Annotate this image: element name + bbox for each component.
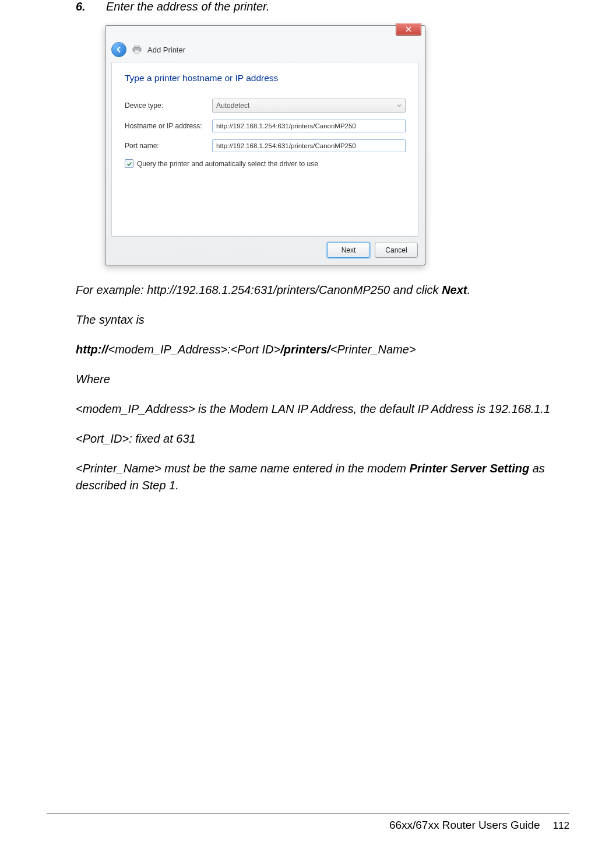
hostname-row: Hostname or IP address: http://192.168.1…: [125, 120, 406, 132]
query-checkbox-row: Query the printer and automatically sele…: [125, 159, 406, 168]
breadcrumb-text: Add Printer: [147, 45, 185, 54]
back-arrow-icon: [115, 46, 122, 53]
step-heading: 6. Enter the address of the printer.: [76, 0, 569, 13]
device-type-value: Autodetect: [216, 101, 249, 110]
device-type-label: Device type:: [125, 101, 212, 110]
dialog-heading: Type a printer hostname or IP address: [125, 73, 406, 83]
step-number: 6.: [76, 0, 93, 13]
back-button[interactable]: [111, 42, 126, 57]
dialog-body: Type a printer hostname or IP address De…: [111, 62, 419, 237]
syntax-intro: The syntax is: [76, 311, 569, 328]
close-button[interactable]: [396, 23, 421, 36]
dialog-titlebar: [105, 26, 425, 41]
device-type-row: Device type: Autodetect: [125, 99, 406, 113]
svg-rect-0: [135, 45, 139, 48]
svg-rect-2: [135, 50, 139, 53]
example-line: For example: http://192.168.1.254:631/pr…: [76, 282, 569, 299]
query-checkbox-label: Query the printer and automatically sele…: [137, 160, 318, 168]
printer-name-line: <Printer_Name> must be the same name ent…: [76, 460, 569, 494]
step-instruction: Enter the address of the printer.: [106, 0, 569, 13]
dialog-breadcrumb: Add Printer: [105, 41, 425, 62]
page-footer: 66xx/67xx Router Users Guide 112: [389, 819, 569, 832]
instruction-body: For example: http://192.168.1.254:631/pr…: [76, 282, 569, 494]
port-input[interactable]: http://192.168.1.254:631/printers/CanonM…: [212, 139, 406, 152]
hostname-label: Hostname or IP address:: [125, 122, 212, 130]
footer-title: 66xx/67xx Router Users Guide: [389, 819, 540, 832]
add-printer-dialog: Add Printer Type a printer hostname or I…: [105, 25, 425, 265]
page-number: 112: [553, 820, 569, 832]
close-icon: [406, 26, 411, 32]
check-icon: [126, 161, 132, 167]
dialog-button-bar: Next Cancel: [105, 243, 425, 265]
hostname-input[interactable]: http://192.168.1.254:631/printers/CanonM…: [212, 120, 406, 132]
modem-ip-line: <modem_IP_Address> is the Modem LAN IP A…: [76, 401, 569, 418]
port-label: Port name:: [125, 142, 212, 150]
port-id-line: <Port_ID>: fixed at 631: [76, 430, 569, 447]
chevron-down-icon: [397, 103, 402, 108]
device-type-select[interactable]: Autodetect: [212, 99, 406, 113]
next-button[interactable]: Next: [327, 243, 370, 258]
syntax-line: http://<modem_IP_Address>:<Port ID>/prin…: [76, 341, 569, 358]
query-checkbox[interactable]: [125, 159, 133, 168]
footer-rule: [47, 814, 569, 814]
cancel-button[interactable]: Cancel: [375, 243, 418, 258]
printer-icon: [132, 45, 142, 54]
port-row: Port name: http://192.168.1.254:631/prin…: [125, 139, 406, 152]
where-label: Where: [76, 371, 569, 388]
